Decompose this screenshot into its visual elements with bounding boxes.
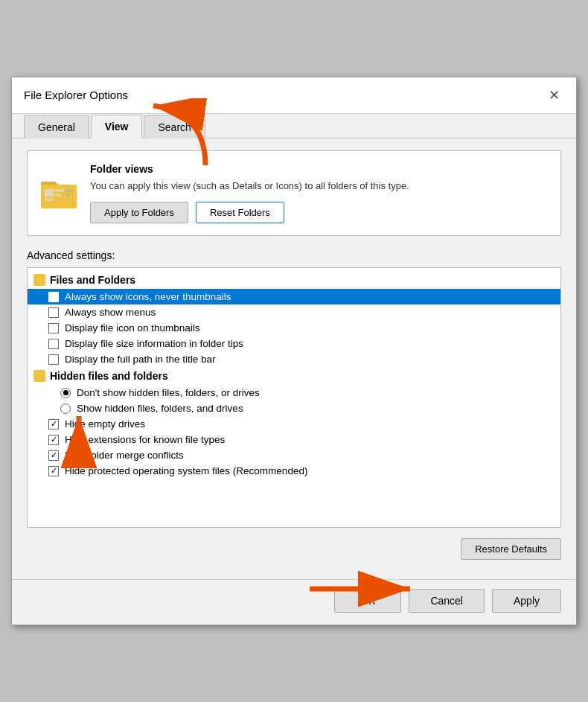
advanced-settings-label: Advanced settings: — [27, 249, 561, 261]
folder-views-text: Folder views You can apply this view (su… — [90, 163, 409, 223]
item-label-show-hidden: Show hidden files, folders, and drives — [77, 403, 243, 414]
apply-to-folders-button[interactable]: Apply to Folders — [90, 202, 188, 223]
category-hidden-files: Hidden files and folders — [28, 367, 560, 385]
list-item[interactable]: Display file size information in folder … — [28, 336, 560, 351]
item-label-hide-folder-merge: Hide folder merge conflicts — [65, 450, 184, 461]
restore-row: Restore Defaults — [27, 538, 561, 560]
reset-folders-button[interactable]: Reset Folders — [196, 202, 284, 223]
list-item[interactable]: Hide protected operating system files (R… — [28, 463, 560, 479]
dialog-title: File Explorer Options — [24, 89, 128, 101]
tab-search[interactable]: Search — [144, 115, 205, 138]
checkbox-display-file-icon[interactable] — [48, 323, 59, 334]
checkbox-display-file-size[interactable] — [48, 339, 59, 349]
svg-rect-3 — [55, 189, 64, 192]
item-label-display-file-icon: Display file icon on thumbnails — [65, 322, 200, 334]
checkbox-always-show-icons[interactable] — [48, 292, 59, 302]
category-files-label: Files and Folders — [50, 274, 135, 286]
list-item[interactable]: Show hidden files, folders, and drives — [28, 401, 560, 416]
radio-show-hidden[interactable] — [60, 403, 71, 414]
list-item[interactable]: Always show icons, never thumbnails — [28, 289, 560, 304]
folder-views-label: Folder views — [90, 163, 409, 175]
apply-button[interactable]: Apply — [492, 589, 561, 613]
dialog-window: File Explorer Options ✕ General View Sea… — [11, 77, 577, 625]
item-label-display-full-path: Display the full path in the title bar — [65, 354, 216, 365]
category-hidden-icon — [33, 370, 45, 382]
tabs-row: General View Search — [12, 114, 576, 138]
checkbox-hide-empty-drives[interactable] — [48, 419, 59, 430]
tab-view[interactable]: View — [91, 115, 143, 138]
list-item[interactable]: Hide folder merge conflicts — [28, 447, 560, 463]
item-label-hide-protected: Hide protected operating system files (R… — [65, 465, 307, 476]
category-hidden-label: Hidden files and folders — [50, 370, 168, 382]
svg-rect-6 — [65, 194, 70, 197]
folder-icon — [39, 177, 78, 210]
checkbox-always-show-menus[interactable] — [48, 307, 59, 318]
list-item[interactable]: Display file icon on thumbnails — [28, 320, 560, 336]
checkbox-hide-extensions[interactable] — [48, 435, 59, 445]
cancel-button[interactable]: Cancel — [409, 589, 485, 613]
radio-dont-show-hidden[interactable] — [60, 388, 71, 398]
dialog-footer: OK Cancel Apply — [12, 579, 576, 625]
folder-views-section: Folder views You can apply this view (su… — [27, 150, 561, 236]
item-label-dont-show-hidden: Don't show hidden files, folders, or dri… — [77, 387, 260, 398]
svg-rect-4 — [55, 194, 61, 197]
svg-rect-2 — [45, 198, 54, 201]
checkbox-display-full-path[interactable] — [48, 354, 59, 365]
close-button[interactable]: ✕ — [543, 85, 564, 106]
svg-rect-5 — [65, 189, 73, 192]
checkbox-hide-protected[interactable] — [48, 466, 59, 476]
folder-views-buttons: Apply to Folders Reset Folders — [90, 202, 409, 223]
tab-general[interactable]: General — [24, 115, 89, 138]
restore-defaults-button[interactable]: Restore Defaults — [461, 538, 561, 560]
item-label-always-show-menus: Always show menus — [65, 307, 156, 318]
list-item[interactable]: Always show menus — [28, 304, 560, 320]
list-item[interactable]: Display the full path in the title bar — [28, 351, 560, 367]
item-label-always-show-icons: Always show icons, never thumbnails — [65, 291, 231, 302]
tab-content: Folder views You can apply this view (su… — [12, 138, 576, 579]
settings-list-ul: Files and Folders Always show icons, nev… — [28, 268, 560, 482]
advanced-settings-list[interactable]: Files and Folders Always show icons, nev… — [27, 267, 561, 528]
item-label-hide-extensions: Hide extensions for known file types — [65, 434, 225, 445]
folder-views-description: You can apply this view (such as Details… — [90, 179, 409, 193]
item-label-display-file-size: Display file size information in folder … — [65, 338, 243, 349]
checkbox-hide-folder-merge[interactable] — [48, 450, 59, 461]
list-item[interactable]: Don't show hidden files, folders, or dri… — [28, 385, 560, 401]
item-label-hide-empty-drives: Hide empty drives — [65, 418, 145, 430]
category-files-and-folders: Files and Folders — [28, 271, 560, 289]
ok-button[interactable]: OK — [334, 589, 401, 613]
list-item[interactable]: Hide extensions for known file types — [28, 432, 560, 447]
svg-rect-1 — [45, 189, 54, 197]
category-folder-icon — [33, 274, 45, 286]
list-item[interactable]: Hide empty drives — [28, 416, 560, 432]
title-bar: File Explorer Options ✕ — [12, 77, 576, 114]
